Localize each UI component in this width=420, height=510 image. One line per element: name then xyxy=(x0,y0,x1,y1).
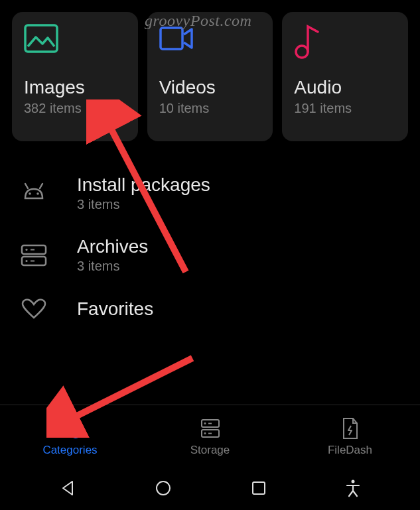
storage-icon xyxy=(200,417,221,440)
image-icon xyxy=(24,24,126,77)
nav-recent-button[interactable] xyxy=(251,480,267,499)
tab-label: FileDash xyxy=(328,444,372,457)
bottom-tab-bar: Categories Storage FileDash xyxy=(0,405,420,468)
category-card-videos[interactable]: Videos 10 items xyxy=(147,12,273,141)
svg-point-18 xyxy=(204,422,206,424)
heart-icon xyxy=(17,298,50,322)
list-item-title: Install packages xyxy=(77,174,210,196)
system-nav-bar xyxy=(0,468,420,510)
svg-point-22 xyxy=(157,481,170,495)
nav-back-button[interactable] xyxy=(59,479,76,499)
svg-point-19 xyxy=(204,432,206,434)
nav-accessibility-button[interactable] xyxy=(345,479,361,500)
svg-point-5 xyxy=(29,192,31,195)
list-item-title: Archives xyxy=(77,236,148,257)
svg-rect-14 xyxy=(62,430,70,438)
svg-line-4 xyxy=(40,184,42,188)
video-icon xyxy=(159,24,261,77)
filedash-icon xyxy=(341,417,360,440)
list-item-title: Favorites xyxy=(77,298,153,320)
list-item-subtitle: 3 items xyxy=(77,259,148,274)
svg-line-3 xyxy=(25,184,28,188)
list-item-install-packages[interactable]: Install packages 3 items xyxy=(0,162,420,224)
svg-rect-1 xyxy=(161,28,182,49)
android-icon xyxy=(17,180,50,208)
audio-icon xyxy=(294,24,396,77)
list-item-subtitle: 3 items xyxy=(77,197,210,212)
card-subtitle: 10 items xyxy=(159,101,261,116)
svg-point-15 xyxy=(71,429,80,438)
card-title: Images xyxy=(24,77,126,98)
tab-storage[interactable]: Storage xyxy=(140,405,280,468)
shapes-icon xyxy=(58,417,82,440)
tab-label: Storage xyxy=(190,444,230,457)
category-card-audio[interactable]: Audio 191 items xyxy=(282,12,408,141)
tab-filedash[interactable]: FileDash xyxy=(280,405,420,468)
svg-point-9 xyxy=(25,248,27,250)
category-list: Install packages 3 items Archives 3 item… xyxy=(0,153,420,343)
tab-categories[interactable]: Categories xyxy=(0,405,140,468)
card-subtitle: 382 items xyxy=(24,101,126,116)
tab-label: Categories xyxy=(42,444,97,457)
card-title: Audio xyxy=(294,77,396,98)
archive-icon xyxy=(17,243,50,267)
list-item-archives[interactable]: Archives 3 items xyxy=(0,224,420,286)
svg-rect-23 xyxy=(253,482,265,494)
category-card-images[interactable]: Images 382 items xyxy=(12,12,138,141)
svg-point-10 xyxy=(25,259,27,261)
card-title: Videos xyxy=(159,77,261,98)
svg-point-24 xyxy=(351,479,354,483)
card-subtitle: 191 items xyxy=(294,101,396,116)
svg-marker-13 xyxy=(65,418,76,427)
svg-point-2 xyxy=(296,46,308,58)
svg-point-6 xyxy=(36,192,39,195)
nav-home-button[interactable] xyxy=(155,479,172,499)
list-item-favorites[interactable]: Favorites xyxy=(0,286,420,334)
svg-rect-0 xyxy=(25,25,57,52)
